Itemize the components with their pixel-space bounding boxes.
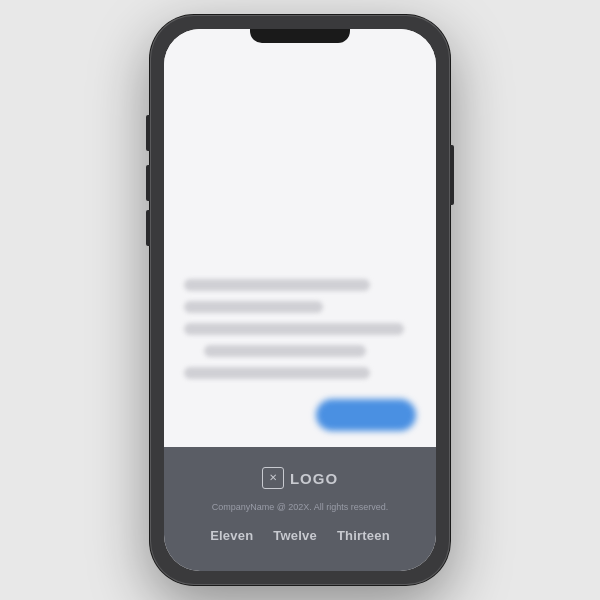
- blur-line-3: [184, 323, 404, 335]
- footer-nav-item-twelve[interactable]: Twelve: [273, 528, 317, 543]
- footer-logo: LOGO: [262, 467, 338, 489]
- footer-nav-item-thirteen[interactable]: Thirteen: [337, 528, 390, 543]
- footer-nav: Eleven Twelve Thirteen: [210, 528, 390, 543]
- screen-footer: LOGO CompanyName @ 202X. All rights rese…: [164, 447, 436, 571]
- phone-screen: LOGO CompanyName @ 202X. All rights rese…: [164, 29, 436, 571]
- blur-line-1: [184, 279, 370, 291]
- footer-copyright: CompanyName @ 202X. All rights reserved.: [212, 501, 389, 514]
- footer-nav-item-eleven[interactable]: Eleven: [210, 528, 253, 543]
- blur-line-4: [204, 345, 366, 357]
- phone-notch: [250, 29, 350, 43]
- blur-line-2: [184, 301, 323, 313]
- screen-content: [164, 29, 436, 447]
- blur-cta-button: [316, 399, 416, 431]
- phone-device: LOGO CompanyName @ 202X. All rights rese…: [150, 15, 450, 585]
- image-placeholder-icon: [262, 467, 284, 489]
- logo-text: LOGO: [290, 470, 338, 487]
- blur-line-5: [184, 367, 370, 379]
